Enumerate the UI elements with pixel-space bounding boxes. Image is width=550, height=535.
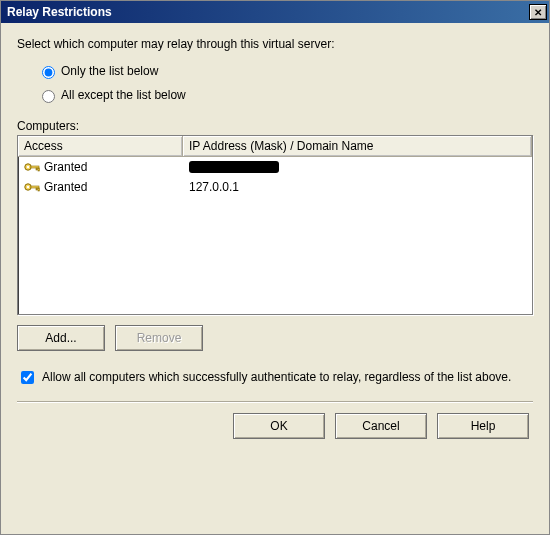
allow-auth-checkbox-row[interactable]: Allow all computers which successfully a…: [17, 369, 533, 387]
listview-header: Access IP Address (Mask) / Domain Name: [18, 136, 532, 157]
ok-button[interactable]: OK: [233, 413, 325, 439]
svg-rect-2: [31, 166, 39, 168]
svg-point-1: [27, 166, 29, 168]
svg-rect-4: [38, 168, 40, 171]
allow-auth-checkbox[interactable]: [21, 371, 34, 384]
cell-access: Granted: [18, 180, 183, 194]
access-value: Granted: [44, 160, 87, 174]
window-title: Relay Restrictions: [7, 5, 112, 19]
table-row[interactable]: Granted: [18, 157, 532, 177]
key-icon: [24, 181, 40, 193]
cell-ip: 127.0.0.1: [183, 180, 532, 194]
cancel-button[interactable]: Cancel: [335, 413, 427, 439]
svg-rect-9: [38, 188, 40, 191]
close-button[interactable]: ✕: [529, 4, 547, 20]
remove-button: Remove: [115, 325, 203, 351]
instruction-text: Select which computer may relay through …: [17, 37, 533, 51]
svg-rect-7: [31, 186, 39, 188]
svg-point-6: [27, 186, 29, 188]
titlebar: Relay Restrictions ✕: [1, 1, 549, 23]
close-icon: ✕: [534, 7, 542, 18]
radio-only-list-below-label: Only the list below: [61, 64, 158, 78]
key-icon: [24, 161, 40, 173]
allow-auth-label: Allow all computers which successfully a…: [42, 369, 511, 386]
radio-all-except[interactable]: All except the list below: [37, 87, 533, 103]
access-value: Granted: [44, 180, 87, 194]
radio-all-except-label: All except the list below: [61, 88, 186, 102]
dialog-content: Select which computer may relay through …: [1, 23, 549, 534]
help-button[interactable]: Help: [437, 413, 529, 439]
listview-body: Granted Granted 127.0.0.1: [18, 157, 532, 314]
radio-all-except-input[interactable]: [42, 90, 55, 103]
cell-access: Granted: [18, 160, 183, 174]
column-header-ip[interactable]: IP Address (Mask) / Domain Name: [183, 136, 532, 156]
dialog-footer: OK Cancel Help: [17, 413, 533, 445]
column-header-access[interactable]: Access: [18, 136, 183, 156]
cell-ip: [183, 161, 532, 173]
table-row[interactable]: Granted 127.0.0.1: [18, 177, 532, 197]
separator: [17, 401, 533, 403]
radio-only-list-below-input[interactable]: [42, 66, 55, 79]
relay-restrictions-dialog: Relay Restrictions ✕ Select which comput…: [0, 0, 550, 535]
radio-only-list-below[interactable]: Only the list below: [37, 63, 533, 79]
list-buttons-row: Add... Remove: [17, 325, 533, 351]
computers-listview[interactable]: Access IP Address (Mask) / Domain Name G…: [17, 135, 533, 315]
redacted-ip: [189, 161, 279, 173]
add-button[interactable]: Add...: [17, 325, 105, 351]
ip-value: 127.0.0.1: [189, 180, 239, 194]
computers-label: Computers:: [17, 119, 533, 133]
svg-rect-8: [36, 188, 38, 190]
svg-rect-3: [36, 168, 38, 170]
